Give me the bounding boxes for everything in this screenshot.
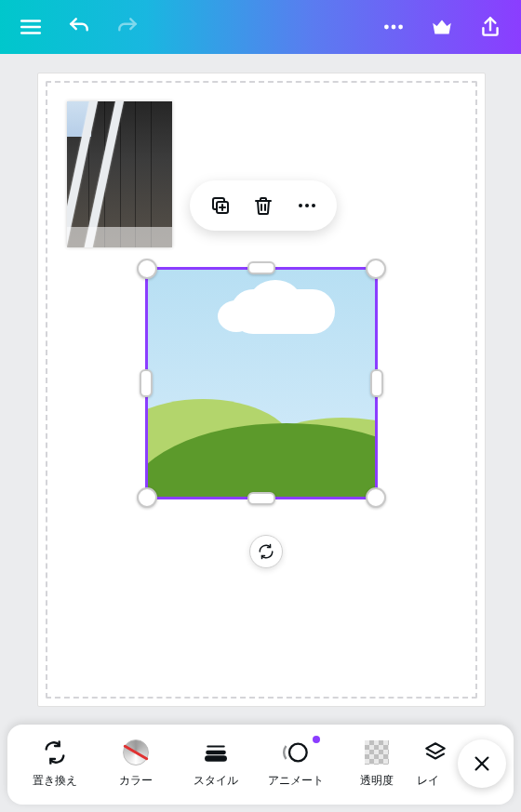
- resize-handle-sw[interactable]: [137, 487, 157, 508]
- redo-icon[interactable]: [115, 15, 140, 39]
- canvas-selected-element[interactable]: [147, 269, 376, 498]
- menu-icon[interactable]: [19, 15, 43, 39]
- resize-handle-w[interactable]: [140, 369, 153, 397]
- resize-handle-ne[interactable]: [366, 259, 386, 279]
- resize-handle-se[interactable]: [366, 487, 386, 508]
- canvas-page[interactable]: [37, 73, 486, 707]
- canvas-image-dam[interactable]: [67, 101, 172, 247]
- tool-label: 透明度: [360, 773, 394, 789]
- resize-handle-n[interactable]: [247, 261, 275, 274]
- style-icon: [203, 739, 229, 765]
- share-icon[interactable]: [478, 15, 502, 39]
- svg-point-3: [384, 25, 389, 30]
- resize-handle-e[interactable]: [370, 369, 383, 397]
- tool-layer[interactable]: レイ: [417, 739, 454, 789]
- close-button[interactable]: [458, 739, 506, 788]
- tool-label: レイ: [417, 773, 454, 789]
- premium-crown-icon[interactable]: [430, 15, 454, 39]
- tool-label: スタイル: [194, 773, 238, 789]
- more-icon[interactable]: [381, 15, 406, 39]
- color-icon: [123, 739, 149, 765]
- bottom-toolbar: 置き換え カラー スタイル アニメート 透明度 レイ: [7, 725, 514, 805]
- replace-icon: [42, 739, 68, 765]
- svg-point-4: [392, 25, 396, 30]
- undo-icon[interactable]: [67, 15, 91, 39]
- tool-animate[interactable]: アニメート: [256, 739, 336, 789]
- svg-marker-18: [426, 743, 445, 753]
- layer-icon: [422, 739, 448, 765]
- rotate-button[interactable]: [249, 535, 283, 568]
- context-toolbar: [190, 180, 337, 231]
- svg-point-17: [289, 743, 307, 761]
- tool-color[interactable]: カラー: [95, 739, 175, 789]
- svg-point-5: [398, 25, 403, 30]
- tool-style[interactable]: スタイル: [176, 739, 256, 789]
- animate-icon: [283, 739, 309, 765]
- svg-point-11: [299, 204, 302, 207]
- tool-label: カラー: [119, 773, 153, 789]
- duplicate-button[interactable]: [207, 193, 234, 219]
- transparency-icon: [364, 739, 390, 765]
- indicator-dot: [313, 736, 320, 743]
- svg-point-12: [305, 204, 309, 207]
- top-bar: [0, 0, 521, 54]
- resize-handle-nw[interactable]: [137, 259, 157, 279]
- tool-label: アニメート: [268, 773, 324, 789]
- svg-point-13: [312, 204, 315, 207]
- delete-button[interactable]: [250, 193, 276, 219]
- resize-handle-s[interactable]: [247, 492, 275, 505]
- context-more-button[interactable]: [294, 193, 320, 219]
- tool-label: 置き換え: [33, 773, 77, 789]
- tool-replace[interactable]: 置き換え: [15, 739, 95, 789]
- tool-transparency[interactable]: 透明度: [337, 739, 417, 789]
